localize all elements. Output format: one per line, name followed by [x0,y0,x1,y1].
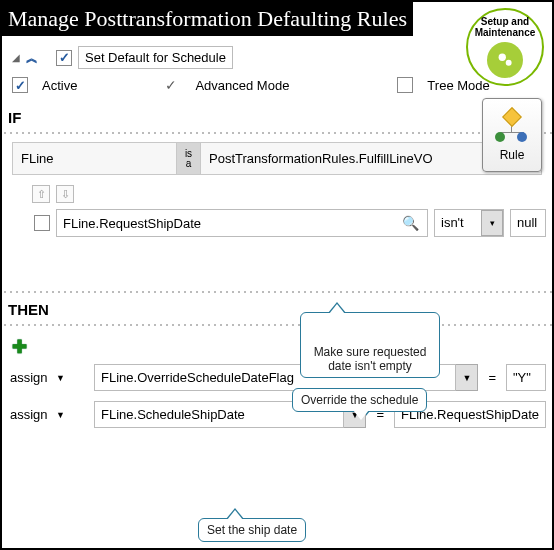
action-type-dropdown-icon[interactable]: ▼ [52,371,70,385]
pattern-variable-input[interactable]: FLine [13,143,177,174]
divider [2,130,552,134]
search-icon[interactable]: 🔍 [399,215,421,231]
collapse-icon[interactable]: ◢ [12,52,20,63]
condition-select-checkbox[interactable] [34,215,50,231]
setup-label-2: Maintenance [475,27,536,38]
condition-operator-select[interactable]: isn't ▾ [434,209,504,237]
rule-name-input[interactable]: Set Default for Schedule [78,46,233,69]
double-chevron-up-icon[interactable]: ︽ [26,54,38,62]
gear-icon [487,42,523,78]
page-title: Manage Posttransformation Defaulting Rul… [2,2,413,36]
if-section-label: IF [2,99,552,128]
then-section-label: THEN [2,301,552,320]
divider [2,289,552,293]
rule-enabled-checkbox[interactable] [56,50,72,66]
add-action-icon[interactable]: ✚ [12,337,27,357]
move-down-icon[interactable]: ⇩ [56,185,74,203]
check-icon: ✓ [165,77,177,93]
active-label: Active [42,78,77,93]
callout-set-ship-date: Set the ship date [198,518,306,542]
tree-mode-checkbox[interactable] [397,77,413,93]
callout-requested-date: Make sure requested date isn't empty [300,312,440,378]
chevron-down-icon[interactable]: ▾ [481,210,503,236]
action-type-dropdown-icon[interactable]: ▼ [52,408,70,422]
action-type-label: assign [10,370,48,385]
divider [2,322,552,326]
is-a-label: isa [177,143,201,174]
callout-override: Override the schedule [292,388,427,412]
active-checkbox[interactable] [12,77,28,93]
action-type-label: assign [10,407,48,422]
svg-point-1 [506,60,512,66]
svg-point-0 [499,54,506,61]
advanced-mode-label: Advanced Mode [195,78,289,93]
equals-label: = [484,364,500,391]
assign-row-2: assign ▼ FLine.ScheduleShipDate ▼ = FLin… [2,395,552,432]
chevron-down-icon[interactable]: ▼ [456,364,478,391]
tree-mode-label: Tree Mode [427,78,489,93]
pattern-is-a-row: FLine isa PostTransformationRules.Fulfil… [12,142,542,175]
move-up-icon[interactable]: ⇧ [32,185,50,203]
rule-button[interactable]: Rule [482,98,542,172]
condition-field-input[interactable]: FLine.RequestShipDate 🔍 [56,209,428,237]
setup-maintenance-badge: Setup andMaintenance [466,8,544,86]
rule-button-label: Rule [500,148,525,162]
assign-row-1: assign ▼ FLine.OverrideScheduleDateFlag … [2,358,552,395]
assign-value-input[interactable]: "Y" [506,364,546,391]
condition-row: FLine.RequestShipDate 🔍 isn't ▾ null [2,203,552,241]
setup-label-1: Setup and [481,16,529,27]
condition-value-input[interactable]: null [510,209,546,237]
rule-diagram-icon [493,108,531,146]
